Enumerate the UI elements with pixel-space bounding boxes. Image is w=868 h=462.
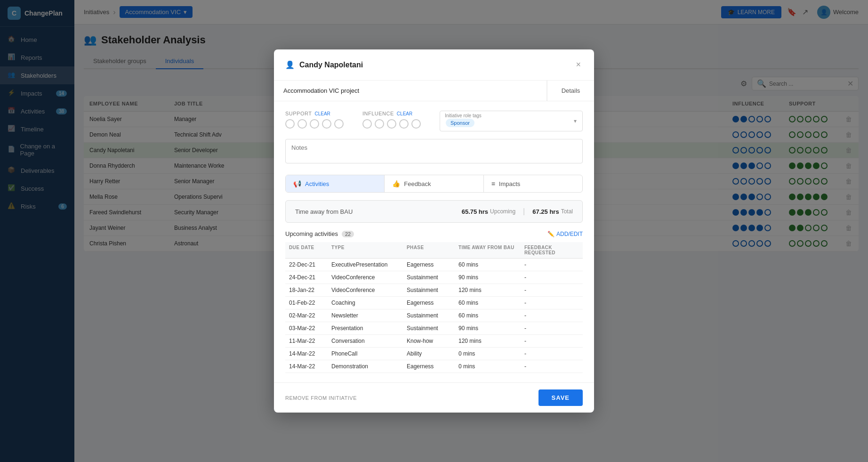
activity-row[interactable]: 02-Mar-22NewsletterSustainment60 mins- <box>285 309 583 322</box>
activities-table: DUE DATE TYPE PHASE TIME AWAY FROM BAU F… <box>285 242 583 373</box>
activity-phase: Sustainment <box>403 271 455 284</box>
activity-time: 90 mins <box>455 322 521 334</box>
activity-phase: Eagerness <box>403 297 455 309</box>
sponsor-tag: Sponsor <box>446 119 474 127</box>
influence-dot-5[interactable] <box>411 119 421 129</box>
activity-time: 0 mins <box>455 360 521 373</box>
activity-feedback: - <box>521 360 587 373</box>
activity-date: 11-Mar-22 <box>285 335 328 347</box>
time-away-total-label: Total <box>561 208 573 215</box>
activity-time: 0 mins <box>455 348 521 360</box>
activity-feedback: - <box>521 322 587 334</box>
activity-date: 02-Mar-22 <box>285 309 328 322</box>
influence-field: Influence CLEAR <box>362 111 421 129</box>
col-feedback-req: FEEDBACK REQUESTED <box>521 242 587 258</box>
modal-tab-details[interactable]: Details <box>547 81 594 101</box>
activity-feedback: - <box>521 348 587 360</box>
col-type: TYPE <box>328 242 403 258</box>
influence-dot-3[interactable] <box>387 119 396 129</box>
megaphone-icon: 📢 <box>293 180 301 187</box>
modal-title: Candy Napoletani <box>299 61 574 69</box>
col-due-date: DUE DATE <box>285 242 328 258</box>
activity-row[interactable]: 11-Mar-22ConversationKnow-how120 mins- <box>285 335 583 348</box>
modal-tabs-row: Accommodation VIC project Details <box>274 81 594 101</box>
modal: 👤 Candy Napoletani × Accommodation VIC p… <box>274 49 594 413</box>
time-away-label: Time away from BAU <box>295 208 462 215</box>
remove-link[interactable]: REMOVE FROM INITIATIVE <box>285 395 357 401</box>
support-dot-4[interactable] <box>322 119 331 129</box>
activity-type: Presentation <box>328 322 403 334</box>
person-icon: 👤 <box>285 60 295 69</box>
add-edit-button[interactable]: ✏️ ADD/EDIT <box>547 231 583 237</box>
activity-row[interactable]: 22-Dec-21ExecutivePresentationEagerness6… <box>285 259 583 271</box>
modal-tab-project[interactable]: Accommodation VIC project <box>274 81 547 101</box>
support-dots <box>285 119 344 129</box>
activity-type: Demonstration <box>328 360 403 373</box>
activity-tab-feedback[interactable]: 👍 Feedback <box>385 175 483 192</box>
activity-row[interactable]: 14-Mar-22DemonstrationEagerness0 mins- <box>285 360 583 373</box>
activity-feedback: - <box>521 259 587 271</box>
influence-clear[interactable]: CLEAR <box>397 111 412 116</box>
activity-date: 14-Mar-22 <box>285 348 328 360</box>
activity-row[interactable]: 03-Mar-22PresentationSustainment90 mins- <box>285 322 583 335</box>
activity-type: PhoneCall <box>328 348 403 360</box>
activity-type: Conversation <box>328 335 403 347</box>
col-time-away: TIME AWAY FROM BAU <box>455 242 521 258</box>
save-button[interactable]: SAVE <box>538 389 583 406</box>
add-edit-label: ADD/EDIT <box>556 231 583 237</box>
upcoming-header: Upcoming activities 22 ✏️ ADD/EDIT <box>285 230 583 237</box>
activity-date: 22-Dec-21 <box>285 259 328 271</box>
activity-feedback: - <box>521 309 587 322</box>
support-clear[interactable]: CLEAR <box>314 111 330 116</box>
support-dot-1[interactable] <box>285 119 295 129</box>
activity-row[interactable]: 14-Mar-22PhoneCallAbility0 mins- <box>285 348 583 360</box>
activities-rows: 22-Dec-21ExecutivePresentationEagerness6… <box>285 259 583 373</box>
activity-phase: Ability <box>403 348 455 360</box>
activity-feedback: - <box>521 297 587 309</box>
activity-tab-activities[interactable]: 📢 Activities <box>286 175 385 192</box>
support-field: Support CLEAR <box>285 111 344 129</box>
activity-date: 18-Jan-22 <box>285 284 328 296</box>
support-label: Support <box>285 111 312 116</box>
influence-dot-1[interactable] <box>362 119 372 129</box>
close-button[interactable]: × <box>574 58 583 72</box>
activity-type: VideoConference <box>328 284 403 296</box>
support-dot-3[interactable] <box>310 119 319 129</box>
activity-time: 60 mins <box>455 297 521 309</box>
activity-time: 120 mins <box>455 335 521 347</box>
activity-row[interactable]: 01-Feb-22CoachingEagerness60 mins- <box>285 297 583 309</box>
time-away-upcoming-val: 65.75 hrs <box>462 208 488 215</box>
activity-phase: Know-how <box>403 335 455 347</box>
activity-tab-feedback-label: Feedback <box>404 180 431 187</box>
support-dot-5[interactable] <box>334 119 344 129</box>
activity-time: 60 mins <box>455 309 521 322</box>
activity-date: 01-Feb-22 <box>285 297 328 309</box>
notes-textarea[interactable] <box>285 139 583 163</box>
activity-phase: Eagerness <box>403 259 455 271</box>
support-influence-row: Support CLEAR Influence <box>285 111 583 131</box>
activity-row[interactable]: 24-Dec-21VideoConferenceSustainment90 mi… <box>285 271 583 284</box>
influence-dots <box>362 119 421 129</box>
activities-table-header: DUE DATE TYPE PHASE TIME AWAY FROM BAU F… <box>285 242 583 259</box>
support-dot-2[interactable] <box>297 119 307 129</box>
activity-tab-impacts[interactable]: ≡ Impacts <box>484 175 582 192</box>
influence-dot-4[interactable] <box>399 119 409 129</box>
activity-type: Coaching <box>328 297 403 309</box>
role-dropdown-arrow-icon: ▾ <box>574 118 577 124</box>
influence-dot-2[interactable] <box>375 119 384 129</box>
modal-footer: REMOVE FROM INITIATIVE SAVE <box>274 382 594 413</box>
pencil-icon: ✏️ <box>547 231 555 237</box>
upcoming-label: Upcoming activities <box>285 230 338 237</box>
activity-tab-impacts-label: Impacts <box>499 180 521 187</box>
list-icon: ≡ <box>491 180 495 187</box>
activity-time: 60 mins <box>455 259 521 271</box>
activity-phase: Sustainment <box>403 322 455 334</box>
activity-time: 120 mins <box>455 284 521 296</box>
activity-feedback: - <box>521 284 587 296</box>
upcoming-count: 22 <box>342 231 354 237</box>
role-tags-field[interactable]: Initiative role tags Sponsor ▾ <box>440 111 583 131</box>
activity-tabs: 📢 Activities 👍 Feedback ≡ Impacts <box>285 175 583 193</box>
modal-overlay[interactable]: 👤 Candy Napoletani × Accommodation VIC p… <box>0 0 868 462</box>
activity-row[interactable]: 18-Jan-22VideoConferenceSustainment120 m… <box>285 284 583 297</box>
activity-type: VideoConference <box>328 271 403 284</box>
